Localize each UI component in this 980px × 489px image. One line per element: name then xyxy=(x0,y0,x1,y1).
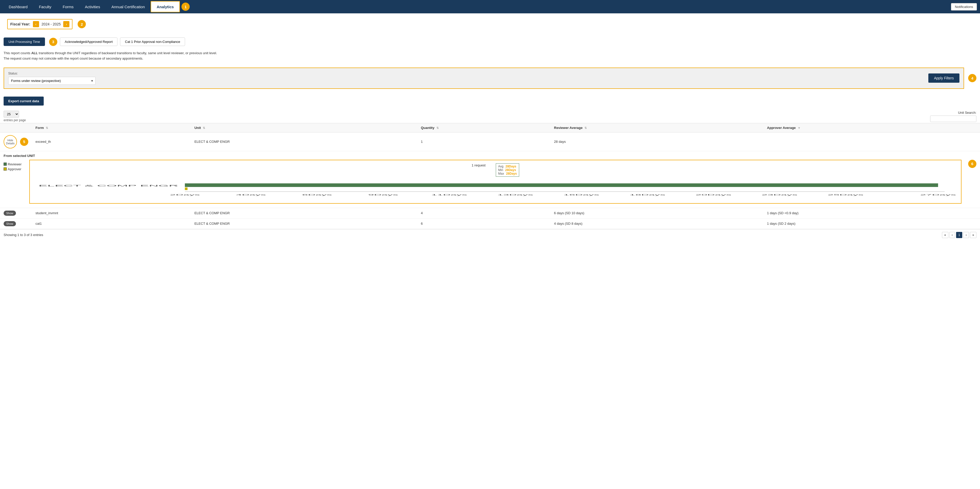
col-header-unit[interactable]: Unit ⇅ xyxy=(191,123,417,132)
row2-quantity: 4 xyxy=(417,208,550,218)
from-selected-label: From selected UNIT xyxy=(3,154,977,158)
page-first-button[interactable]: « xyxy=(942,232,948,238)
apply-filters-button[interactable]: Apply Filters xyxy=(928,73,959,83)
show-button-row2[interactable]: Show xyxy=(3,211,16,216)
entries-per-page-label: entries per page xyxy=(3,118,26,122)
chart-y-label: ELECT & COMP ENGR xyxy=(38,184,178,187)
step-badge-1: 1 xyxy=(181,3,190,11)
step-badge-6: 6 xyxy=(968,160,977,168)
x-label-13: 13Days xyxy=(497,194,533,196)
nav-item-annual-cert[interactable]: Annual Certification xyxy=(106,0,150,13)
row3-reviewer-avg: 4 days (SD 8 days) xyxy=(550,218,764,229)
col-header-approver-avg[interactable]: Approver Average ▼ xyxy=(763,123,980,132)
sort-icon-form: ⇅ xyxy=(46,126,48,129)
main-table: Form ⇅ Unit ⇅ Quantity ⇅ Reviewer Averag… xyxy=(0,123,980,229)
unit-search-input[interactable] xyxy=(930,116,977,122)
row1-unit: ELECT & COMP ENGR xyxy=(191,132,417,151)
row2-approver-avg: 1 days (SD <0.9 day) xyxy=(763,208,980,218)
bar-chart-svg-wrap: ELECT & COMP ENGR 2Days 4Days xyxy=(33,179,958,200)
stat-min-value: 28Days xyxy=(505,168,516,172)
x-label-4: 4Days xyxy=(236,194,266,196)
row1-form: exceed_th xyxy=(32,132,191,151)
col-header-reviewer-avg[interactable]: Reviewer Average ⇅ xyxy=(550,123,764,132)
nav-item-dashboard[interactable]: Dashboard xyxy=(3,0,33,13)
stat-max-value: 28Days xyxy=(506,172,517,175)
row3-quantity: 6 xyxy=(417,218,550,229)
showing-entries: Showing 1 to 3 of 3 entries xyxy=(3,233,43,237)
x-label-23: 23Days xyxy=(762,194,797,196)
fiscal-prev-button[interactable]: ‹ xyxy=(33,21,39,27)
step-badge-5: 5 xyxy=(20,138,28,146)
sort-icon-approver: ▼ xyxy=(798,126,800,129)
col-header-quantity[interactable]: Quantity ⇅ xyxy=(417,123,550,132)
page-last-button[interactable]: » xyxy=(970,232,977,238)
reviewer-bar xyxy=(185,183,938,187)
x-label-20: 20Days xyxy=(695,194,731,196)
export-button[interactable]: Export current data xyxy=(3,97,44,106)
stat-max-label: Max xyxy=(498,172,504,175)
nav-item-activities[interactable]: Activities xyxy=(79,0,106,13)
row1-approver-avg xyxy=(763,132,980,151)
row2-form: student_invmnt xyxy=(32,208,191,218)
filter-status-label: Status: xyxy=(8,71,95,75)
legend-reviewer: Reviewer xyxy=(3,162,24,166)
stat-avg-label: Avg xyxy=(498,165,503,168)
approver-bar xyxy=(185,187,188,190)
desc-line1-post: transitions through the UNIT regardless … xyxy=(38,51,217,55)
row2-reviewer-avg: 6 days (SD 10 days) xyxy=(550,208,764,218)
x-label-25: 25Days xyxy=(827,194,863,196)
tab-cat1[interactable]: Cat 1 Prior Approval non-Compliance xyxy=(120,38,185,46)
fiscal-next-button[interactable]: › xyxy=(63,21,69,27)
tabs-row: Unit Processing Time 3 Acknowledged/Appr… xyxy=(0,35,980,49)
table-row: Hide Details 5 exceed_th ELECT & COMP EN… xyxy=(0,132,980,151)
row3-unit: ELECT & COMP ENGR xyxy=(191,218,417,229)
fiscal-year-bar: Fiscal Year: ‹ 2024 - 2025 › xyxy=(7,19,73,29)
fiscal-year-value: 2024 - 2025 xyxy=(41,22,61,26)
step-badge-3: 3 xyxy=(49,38,57,46)
filter-area: Status: Forms under review (prospective)… xyxy=(3,68,964,89)
desc-line1-pre: This report counts xyxy=(3,51,31,55)
chart-header: 1 request Avg 28Days Min 28Days xyxy=(33,164,958,177)
pagination: « ‹ 1 › » xyxy=(942,232,977,238)
step-badge-2: 2 xyxy=(78,20,86,28)
col-header-form[interactable]: Form ⇅ xyxy=(32,123,191,132)
nav-item-analytics[interactable]: Analytics xyxy=(151,1,180,12)
page-1-button[interactable]: 1 xyxy=(956,232,963,238)
nav-item-faculty[interactable]: Faculty xyxy=(33,0,57,13)
legend-box-reviewer xyxy=(3,163,7,166)
filter-status-select[interactable]: Forms under review (prospective) Approve… xyxy=(8,77,95,85)
show-button-row3[interactable]: Show xyxy=(3,221,16,226)
chart-stats-box: Avg 28Days Min 28Days Max xyxy=(496,164,519,177)
export-row: Export current data xyxy=(0,94,980,108)
tab-acknowledged[interactable]: Acknowledged/Approved Report xyxy=(60,38,118,46)
x-label-18: 18Days xyxy=(630,194,665,196)
expanded-detail-row: From selected UNIT Reviewer Approver xyxy=(0,151,980,208)
step-badge-4: 4 xyxy=(968,74,977,82)
chart-request-count: 1 request xyxy=(472,164,485,177)
unit-search-label: Unit Search: xyxy=(930,111,977,114)
legend-reviewer-label: Reviewer xyxy=(8,162,22,166)
desc-line2: The request count may not coincide with … xyxy=(3,57,143,60)
stat-min-label: Min xyxy=(498,168,503,172)
legend-approver-label: Approver xyxy=(8,167,21,171)
notifications-button[interactable]: Notifications xyxy=(951,3,977,11)
x-label-6: 6Days xyxy=(302,194,332,196)
legend-box-approver xyxy=(3,167,7,170)
row1-quantity: 1 xyxy=(417,132,550,151)
x-label-9: 9Days xyxy=(368,194,398,196)
page-prev-button[interactable]: ‹ xyxy=(950,232,955,238)
x-label-16: 16Days xyxy=(563,194,599,196)
nav-bar: Dashboard Faculty Forms Activities Annua… xyxy=(0,0,980,13)
row3-form: cat1 xyxy=(32,218,191,229)
table-header-row: Form ⇅ Unit ⇅ Quantity ⇅ Reviewer Averag… xyxy=(0,123,980,132)
nav-item-forms[interactable]: Forms xyxy=(57,0,80,13)
row3-approver-avg: 1 days (SD 2 days) xyxy=(763,218,980,229)
sort-icon-quantity: ⇅ xyxy=(436,126,439,129)
x-label-27: 27Days xyxy=(920,194,956,196)
hide-details-button[interactable]: Hide Details xyxy=(3,135,17,148)
tab-unit-processing[interactable]: Unit Processing Time xyxy=(3,38,45,46)
entries-per-page-select[interactable]: 25 50 100 xyxy=(3,111,19,117)
bar-chart-svg: ELECT & COMP ENGR 2Days 4Days xyxy=(33,179,958,199)
table-controls: 25 50 100 entries per page Unit Search: xyxy=(0,108,980,123)
page-next-button[interactable]: › xyxy=(963,232,969,238)
